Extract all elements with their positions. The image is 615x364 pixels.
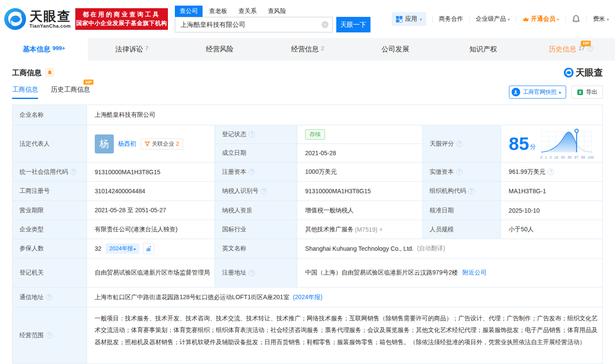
arrow-right-icon: [134, 246, 136, 251]
field-label: 天眼评分: [423, 125, 501, 162]
score-distribution-chart: 01 315 5085 9799 100: [539, 128, 595, 160]
menu-enterprise[interactable]: 企业级产品: [476, 15, 510, 23]
help-icon[interactable]: [468, 188, 475, 195]
notification-bell-icon[interactable]: [572, 15, 580, 23]
score-label: 天眼评分: [430, 140, 454, 148]
divider: [469, 16, 470, 22]
search-tab-boss[interactable]: 查老板: [204, 6, 232, 17]
crown-icon: [522, 16, 529, 22]
score-axis-labels: 01 315 5085 9799 100: [540, 156, 594, 160]
chevron-down-icon: [420, 17, 422, 21]
tab-company-development[interactable]: 公司发展: [351, 38, 439, 61]
enterprise-label: 企业级产品: [476, 15, 506, 22]
field-label: 工商注册号: [13, 182, 87, 201]
tab-history-info[interactable]: VIP 历史信息 17: [527, 38, 615, 61]
stamp-icon: [512, 88, 520, 96]
tab-business-info[interactable]: 经营信息 2: [264, 38, 351, 61]
related-companies-badge[interactable]: 关联企业 2: [141, 138, 183, 150]
vip-badge: VIP: [581, 41, 591, 46]
taxpayer-id-value: 91310000MA1H3T8G15: [297, 182, 423, 201]
annual-report-badge[interactable]: 2024年报: [106, 243, 139, 254]
search-input[interactable]: [175, 17, 333, 32]
search-tab-relation[interactable]: 查关系: [234, 6, 261, 17]
divider: [565, 16, 566, 22]
mail-address-value: 上海市虹口区广中路街道花园路128号虹口德必运动LOFT1街区A座201室 (2…: [87, 287, 602, 307]
company-type-value: 有限责任公司(港澳台法人独资): [87, 220, 216, 239]
help-icon[interactable]: [261, 188, 267, 195]
search-tab-company[interactable]: 查公司: [175, 6, 203, 17]
chevron-down-icon[interactable]: [379, 227, 383, 232]
field-label: 通信地址: [13, 287, 87, 307]
clear-icon[interactable]: [322, 21, 328, 28]
header-menu: 应用 商务合作 企业级产品 开通会员 费米: [392, 12, 609, 26]
help-icon[interactable]: [46, 294, 52, 300]
vip-label: 开通会员: [531, 15, 555, 23]
subtab-business-info[interactable]: 工商信息: [12, 86, 38, 99]
insured-count-cell: 32 2024年报: [87, 239, 216, 258]
watermark-swirl-icon: [563, 67, 574, 78]
org-code-value: MA1H3T8G-1: [501, 182, 602, 201]
apps-label: 应用: [405, 15, 417, 23]
snapshot-label: 工商官网快照: [523, 88, 557, 96]
field-label: 登记机关: [13, 259, 87, 287]
tab-legal[interactable]: 法律诉讼 7: [88, 38, 176, 61]
industry-value[interactable]: 其他技术推广服务 (M7519): [297, 220, 423, 239]
search-button[interactable]: 天眼一下: [336, 17, 370, 32]
logo-domain: TianYanCha.com: [29, 23, 71, 29]
apps-menu[interactable]: 应用: [392, 12, 426, 26]
field-label: 参保人数: [13, 239, 87, 258]
approval-date-value: 2025-10-10: [501, 201, 602, 220]
tab-basic-info[interactable]: 基本信息 999+: [0, 38, 88, 61]
credit-code-value: 91310000MA1H3T8G15: [87, 163, 216, 181]
tianyancha-logo[interactable]: 天眼查 TianYanCha.com: [3, 7, 71, 31]
field-label: 实缴资本: [423, 163, 501, 181]
help-icon[interactable]: [248, 131, 255, 137]
auto-translate-note: (自动翻译): [417, 245, 445, 252]
menu-cooperation[interactable]: 商务合作: [439, 15, 463, 23]
field-label: 经营范围: [13, 307, 87, 363]
search-area: 查公司 查老板 查关系 查风险 天眼一下: [175, 6, 370, 32]
help-icon[interactable]: [248, 270, 255, 276]
official-snapshot-button[interactable]: 工商官网快照: [509, 86, 566, 99]
reg-capital-value: 1000万美元: [297, 163, 423, 181]
subtab-history-business-info[interactable]: VIP 历史工商信息: [51, 86, 90, 99]
help-icon[interactable]: [456, 140, 463, 147]
table-row: 经营范围 一般项目：技术服务、技术开发、技术咨询、技术交流、技术转让、技术推广；…: [13, 307, 602, 363]
vip-badge: VIP: [84, 80, 93, 85]
nearby-companies-link[interactable]: 附近公司: [462, 269, 486, 277]
help-icon[interactable]: [456, 169, 463, 175]
site-header: 天眼查 TianYanCha.com 都在用的商业查询工具 国家中小企业发展子基…: [0, 0, 615, 38]
tab-label: 基本信息: [23, 45, 50, 54]
help-icon[interactable]: [248, 169, 255, 175]
network-icon: [145, 141, 150, 147]
export-button[interactable]: 导出: [571, 86, 603, 99]
tyc-score-cell[interactable]: 85 分: [501, 125, 602, 162]
tianyancha-watermark: 天眼查: [563, 67, 603, 79]
table-row: 企业类型 有限责任公司(港澳台法人独资) 国标行业 其他技术推广服务 (M751…: [13, 220, 602, 239]
tab-intellectual-property[interactable]: 知识产权: [439, 38, 527, 61]
field-label: 企业名称: [13, 105, 87, 125]
arrow-right-icon: [559, 90, 561, 95]
tab-label: 法律诉讼: [115, 45, 143, 54]
tab-business-risk[interactable]: 经营风险: [176, 38, 264, 61]
reg-status-label: 登记状态: [222, 131, 246, 138]
legal-rep-link[interactable]: 杨西初: [118, 140, 136, 148]
trend-chart-button[interactable]: [143, 243, 154, 254]
tab-count: 7: [145, 45, 148, 51]
help-icon[interactable]: [70, 169, 77, 175]
annual-report-link[interactable]: (2024年报): [293, 294, 322, 301]
tab-label: 经营风险: [206, 45, 234, 54]
business-term-value: 2021-05-28 至 2051-05-27: [87, 201, 216, 220]
menu-vip[interactable]: 开通会员: [522, 15, 559, 23]
avatar[interactable]: 杨: [95, 134, 114, 153]
subscribe-bell-button[interactable]: [45, 68, 55, 77]
field-label: 国标行业: [215, 220, 297, 239]
search-tab-risk[interactable]: 查风险: [263, 6, 291, 17]
help-icon[interactable]: [547, 169, 554, 175]
user-menu[interactable]: 费米: [593, 15, 609, 23]
help-icon[interactable]: [46, 332, 52, 338]
chevron-down-icon: [607, 17, 609, 22]
bell-icon: [47, 70, 52, 75]
business-info-table: 企业名称 上海酷皇科技有限公司 法定代表人 杨 杨西初 关联企业 2: [12, 105, 603, 364]
chevron-down-icon: [557, 17, 559, 21]
